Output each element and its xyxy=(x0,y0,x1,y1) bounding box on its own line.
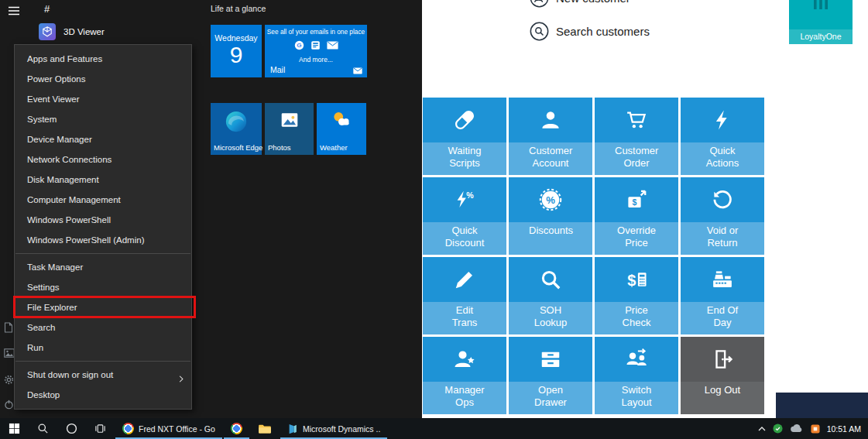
pos-tile-discounts[interactable]: %Discounts xyxy=(509,177,592,255)
pos-tile-end-of-day[interactable]: End Of Day xyxy=(681,257,764,334)
taskbar-apps: Fred NXT Office - Go...Microsoft Dynamic… xyxy=(115,418,388,439)
svg-text:$: $ xyxy=(627,272,636,289)
menu-item-device-manager[interactable]: Device Manager xyxy=(15,129,191,149)
pos-tile-void-or-return[interactable]: Void or Return xyxy=(681,177,764,255)
hamburger-icon xyxy=(8,6,20,15)
hamburger-menu-button[interactable] xyxy=(8,6,20,15)
menu-item-computer-management[interactable]: Computer Management xyxy=(15,190,191,210)
pill-icon xyxy=(423,98,506,142)
menu-item-disk-management[interactable]: Disk Management xyxy=(15,170,191,190)
menu-item-shut-down-or-sign-out[interactable]: Shut down or sign out xyxy=(15,365,191,385)
pos-app: New customer Search customers LoyaltyOne… xyxy=(422,0,868,418)
mail-tile[interactable]: See all of your emails in one place G An… xyxy=(265,25,367,77)
cart-icon xyxy=(595,98,678,142)
menu-item-network-connections[interactable]: Network Connections xyxy=(15,149,191,170)
pos-tile-label: Customer Account xyxy=(509,142,592,175)
mail-tile-label: Mail xyxy=(270,65,285,74)
mail-tile-headline: See all of your emails in one place xyxy=(265,28,367,36)
taskbar-app-fred-nxt-office-go[interactable]: Fred NXT Office - Go... xyxy=(115,418,223,439)
menu-item-label: Task Manager xyxy=(27,262,83,272)
calendar-tile[interactable]: Wednesday 9 xyxy=(211,25,262,77)
taskbar-search-button[interactable] xyxy=(29,418,57,439)
register-icon xyxy=(681,257,764,302)
weather-tile[interactable]: Weather xyxy=(317,103,366,155)
rail-documents-button[interactable] xyxy=(4,322,13,333)
rail-pictures-button[interactable] xyxy=(4,348,15,358)
taskbar-app-chrome[interactable] xyxy=(223,418,250,439)
taskbar-app-microsoft-dynamics[interactable]: Microsoft Dynamics ... xyxy=(280,418,388,439)
envelope-icon xyxy=(327,41,338,50)
tray-orange-button[interactable] xyxy=(811,424,820,434)
menu-item-windows-powershell-admin[interactable]: Windows PowerShell (Admin) xyxy=(15,230,191,250)
app-window-icon xyxy=(310,40,321,50)
menu-item-label: System xyxy=(27,115,57,124)
svg-text:%: % xyxy=(466,190,474,200)
pos-tile-label: Edit Trans xyxy=(423,302,506,334)
onedrive-button[interactable] xyxy=(790,424,804,433)
menu-item-power-options[interactable]: Power Options xyxy=(15,69,191,89)
menu-item-label: File Explorer xyxy=(27,303,77,312)
tray-expand-button[interactable] xyxy=(758,427,766,431)
taskbar-clock[interactable]: 10:51 AM xyxy=(827,424,861,434)
menu-item-search[interactable]: Search xyxy=(15,317,191,338)
menu-item-apps-and-features[interactable]: Apps and Features xyxy=(15,49,191,69)
manager-icon xyxy=(423,337,506,382)
app-list-item-label: 3D Viewer xyxy=(63,27,105,36)
pos-tile-price-check[interactable]: $Price Check xyxy=(595,257,678,334)
tray-green-button[interactable] xyxy=(773,424,783,434)
pos-tile-override-price[interactable]: $Override Price xyxy=(595,177,678,255)
mail-tile-more-text: And more... xyxy=(265,56,367,63)
menu-item-label: Desktop xyxy=(27,390,60,400)
3d-viewer-icon xyxy=(39,23,56,40)
pos-tile-open-drawer[interactable]: Open Drawer xyxy=(509,337,592,414)
taskbar: Fred NXT Office - Go...Microsoft Dynamic… xyxy=(0,418,868,439)
task-view-button[interactable] xyxy=(86,418,115,439)
cortana-button[interactable] xyxy=(57,418,86,439)
pos-tile-label: Customer Order xyxy=(595,142,678,175)
cloud-icon xyxy=(790,424,804,433)
pos-tile-switch-layout[interactable]: Switch Layout xyxy=(595,337,678,414)
menu-item-event-viewer[interactable]: Event Viewer xyxy=(15,89,191,109)
pos-tile-soh-lookup[interactable]: SOH Lookup xyxy=(509,257,592,334)
menu-item-run[interactable]: Run xyxy=(15,338,191,358)
search-icon xyxy=(37,423,49,434)
pos-tile-label: Switch Layout xyxy=(595,382,678,414)
pos-tile-label: Open Drawer xyxy=(509,382,592,414)
pos-tile-waiting-scripts[interactable]: Waiting Scripts xyxy=(423,98,506,175)
pos-tile-label: Price Check xyxy=(595,302,678,334)
menu-item-file-explorer[interactable]: File Explorer xyxy=(15,297,191,317)
pos-tile-quick-actions[interactable]: Quick Actions xyxy=(681,98,764,175)
pos-tile-quick-discount[interactable]: %Quick Discount xyxy=(423,177,506,255)
switch-icon xyxy=(595,337,678,382)
bolt-icon xyxy=(681,98,764,142)
start-button[interactable] xyxy=(0,418,29,439)
app-list-item-3d-viewer[interactable]: 3D Viewer xyxy=(39,23,105,40)
rail-settings-button[interactable] xyxy=(4,375,14,385)
pos-tile-label: Manager Ops xyxy=(423,382,506,414)
background-window-strip xyxy=(776,393,868,418)
menu-item-system[interactable]: System xyxy=(15,109,191,129)
menu-item-label: Disk Management xyxy=(27,175,99,184)
weather-tile-label: Weather xyxy=(320,143,348,152)
edge-tile[interactable]: Microsoft Edge xyxy=(211,103,262,155)
pos-tile-manager-ops[interactable]: Manager Ops xyxy=(423,337,506,414)
gear-icon xyxy=(4,375,14,385)
menu-item-settings[interactable]: Settings xyxy=(15,277,191,297)
calendar-day-number: 9 xyxy=(211,43,262,67)
price-calc-icon: $ xyxy=(595,257,678,302)
system-tray: 10:51 AM xyxy=(758,418,868,439)
photos-tile[interactable]: Photos xyxy=(265,103,314,155)
menu-item-label: Network Connections xyxy=(27,155,112,164)
pos-tile-label: Quick Actions xyxy=(681,142,764,175)
menu-item-windows-powershell[interactable]: Windows PowerShell xyxy=(15,210,191,230)
menu-item-desktop[interactable]: Desktop xyxy=(15,385,191,405)
pos-tile-customer-account[interactable]: Customer Account xyxy=(509,98,592,175)
folder-icon xyxy=(258,424,272,434)
pos-tile-log-out[interactable]: Log Out xyxy=(681,337,764,414)
rail-power-button[interactable] xyxy=(4,400,14,410)
undo-icon xyxy=(681,177,764,222)
pos-tile-customer-order[interactable]: Customer Order xyxy=(595,98,678,175)
pos-tile-edit-trans[interactable]: Edit Trans xyxy=(423,257,506,334)
taskbar-app-folder[interactable] xyxy=(250,418,280,439)
menu-item-task-manager[interactable]: Task Manager xyxy=(15,257,191,277)
